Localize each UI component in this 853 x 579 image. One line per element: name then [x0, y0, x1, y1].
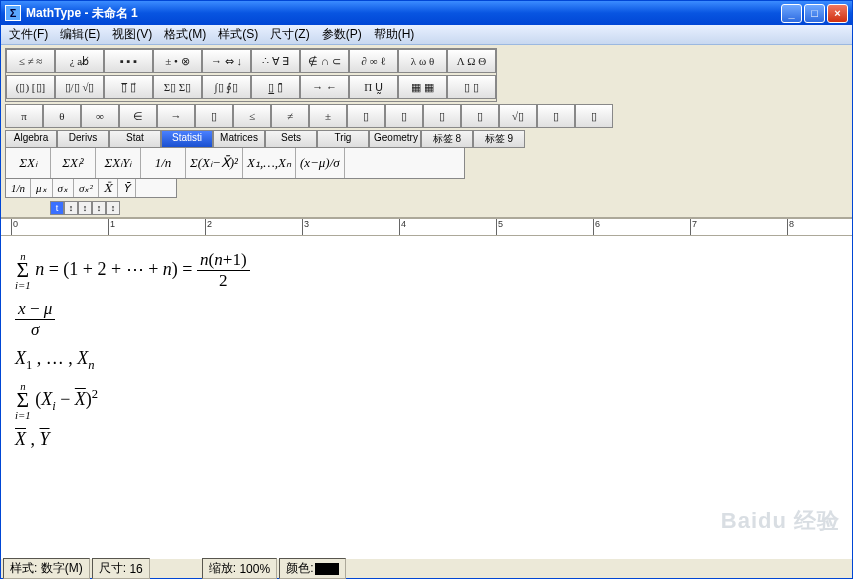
palette-btn[interactable]: ± — [309, 104, 347, 128]
palette-btn[interactable]: ▯ — [423, 104, 461, 128]
menu-view[interactable]: 视图(V) — [106, 24, 158, 45]
palette-btn[interactable]: ± • ⊗ — [153, 49, 202, 73]
maximize-button[interactable]: □ — [804, 4, 825, 23]
palette-btn[interactable]: ∉ ∩ ⊂ — [300, 49, 349, 73]
ruler-mark: 3 — [302, 219, 309, 235]
template-small-cell[interactable]: μₓ — [31, 179, 53, 197]
tab-trig[interactable]: Trig — [317, 130, 369, 148]
tab-标签 8[interactable]: 标签 8 — [421, 130, 473, 148]
template-small-cell[interactable]: σₓ² — [74, 179, 99, 197]
template-cell[interactable]: 1/n — [141, 148, 186, 178]
tab-stop-icon[interactable]: ↕ — [92, 201, 106, 215]
palette-btn[interactable]: ▯ — [461, 104, 499, 128]
ruler-mark: 8 — [787, 219, 794, 235]
tab-stat[interactable]: Stat — [109, 130, 161, 148]
palette-btn[interactable]: ∂ ∞ ℓ — [349, 49, 398, 73]
equation-line-1[interactable]: nΣi=1 n = (1 + 2 + ⋯ + n) = n(n+1)2 — [15, 250, 838, 291]
palette-btn[interactable]: ≠ — [271, 104, 309, 128]
palette-btn[interactable]: → ⇔ ↓ — [202, 49, 251, 73]
toolbar-area: ≤ ≠ ≈¿ ab̸▪ ▪ ▪± • ⊗→ ⇔ ↓∴ ∀ ∃∉ ∩ ⊂∂ ∞ ℓ… — [1, 45, 852, 218]
palette-btn[interactable]: ▯ — [347, 104, 385, 128]
menu-format[interactable]: 格式(M) — [158, 24, 212, 45]
palette-btn[interactable]: ¿ ab̸ — [55, 49, 104, 73]
palette-btn[interactable]: ≤ — [233, 104, 271, 128]
palette-btn[interactable]: ▯̲ ▯̄ — [251, 75, 300, 99]
menu-file[interactable]: 文件(F) — [3, 24, 54, 45]
palette-btn[interactable]: → — [157, 104, 195, 128]
palette-btn[interactable]: ▪ ▪ ▪ — [104, 49, 153, 73]
template-cell[interactable]: ΣXᵢYᵢ — [96, 148, 141, 178]
palette-btn[interactable]: ≤ ≠ ≈ — [6, 49, 55, 73]
equation-line-2[interactable]: x − μσ — [15, 299, 838, 340]
palette-btn[interactable]: ▯ — [575, 104, 613, 128]
symbol-palette-row-2: (▯) [▯]▯/▯ √▯▯̅ ▯⃗Σ▯ Σ▯∫▯ ∮▯▯̲ ▯̄→ ←Π Ṵ▦… — [6, 75, 496, 99]
ruler-mark: 1 — [108, 219, 115, 235]
app-window: Σ MathType - 未命名 1 _ □ × 文件(F) 编辑(E) 视图(… — [0, 0, 853, 579]
tab-sets[interactable]: Sets — [265, 130, 317, 148]
template-cell[interactable]: ΣXᵢ² — [51, 148, 96, 178]
status-color[interactable]: 颜色: — [279, 558, 346, 579]
palette-btn[interactable]: θ — [43, 104, 81, 128]
palette-btn[interactable]: ▦ ▦ — [398, 75, 447, 99]
close-button[interactable]: × — [827, 4, 848, 23]
menu-help[interactable]: 帮助(H) — [368, 24, 421, 45]
template-small-cell[interactable]: σₓ — [53, 179, 74, 197]
template-cell[interactable]: ΣXᵢ — [6, 148, 51, 178]
palette-btn[interactable]: ▯̅ ▯⃗ — [104, 75, 153, 99]
palette-btn[interactable]: ∞ — [81, 104, 119, 128]
tab-geometry[interactable]: Geometry — [369, 130, 421, 148]
menu-params[interactable]: 参数(P) — [316, 24, 368, 45]
palette-btn[interactable]: ∫▯ ∮▯ — [202, 75, 251, 99]
menu-size[interactable]: 尺寸(Z) — [264, 24, 315, 45]
tab-stop-icon[interactable]: ↕ — [106, 201, 120, 215]
palette-btn[interactable]: ▯ ▯ — [447, 75, 496, 99]
minimize-button[interactable]: _ — [781, 4, 802, 23]
symbol-palette-row-1: ≤ ≠ ≈¿ ab̸▪ ▪ ▪± • ⊗→ ⇔ ↓∴ ∀ ∃∉ ∩ ⊂∂ ∞ ℓ… — [6, 49, 496, 73]
palette-btn[interactable]: → ← — [300, 75, 349, 99]
tab-derivs[interactable]: Derivs — [57, 130, 109, 148]
window-controls: _ □ × — [781, 4, 848, 23]
equation-line-4[interactable]: nΣi=1 (Xi − X)2 — [15, 381, 838, 421]
symbol-palette-row-3: πθ∞∈→▯≤≠±▯▯▯▯√▯▯▯ — [5, 104, 848, 128]
template-cell[interactable]: (x−μ)/σ — [296, 148, 345, 178]
menu-style[interactable]: 样式(S) — [212, 24, 264, 45]
ruler[interactable]: 012345678 — [1, 218, 852, 236]
tab-标签 9[interactable]: 标签 9 — [473, 130, 525, 148]
palette-btn[interactable]: Λ Ω Θ — [447, 49, 496, 73]
palette-btn[interactable]: (▯) [▯] — [6, 75, 55, 99]
template-cell[interactable]: Σ(Xᵢ−X̄)² — [186, 148, 243, 178]
equation-line-3[interactable]: X1 , … , Xn — [15, 348, 838, 373]
tab-statisti[interactable]: Statisti — [161, 130, 213, 148]
template-small-cell[interactable]: 1/n — [6, 179, 31, 197]
template-cell[interactable]: X₁,…,Xₙ — [243, 148, 296, 178]
template-small-cell[interactable]: X̄ — [99, 179, 118, 197]
tab-matrices[interactable]: Matrices — [213, 130, 265, 148]
palette-btn[interactable]: ▯ — [537, 104, 575, 128]
palette-btn[interactable]: ▯/▯ √▯ — [55, 75, 104, 99]
ruler-mark: 6 — [593, 219, 600, 235]
palette-btn[interactable]: λ ω θ — [398, 49, 447, 73]
palette-btn[interactable]: ∴ ∀ ∃ — [251, 49, 300, 73]
tab-algebra[interactable]: Algebra — [5, 130, 57, 148]
palette-btn[interactable]: ∈ — [119, 104, 157, 128]
palette-btn[interactable]: Σ▯ Σ▯ — [153, 75, 202, 99]
palette-btn[interactable]: Π Ṵ — [349, 75, 398, 99]
menu-bar: 文件(F) 编辑(E) 视图(V) 格式(M) 样式(S) 尺寸(Z) 参数(P… — [1, 25, 852, 45]
equation-editor[interactable]: nΣi=1 n = (1 + 2 + ⋯ + n) = n(n+1)2 x − … — [1, 236, 852, 558]
tab-stop-icon[interactable]: t — [50, 201, 64, 215]
template-small-cell[interactable]: Ȳ — [118, 179, 136, 197]
menu-edit[interactable]: 编辑(E) — [54, 24, 106, 45]
palette-btn[interactable]: √▯ — [499, 104, 537, 128]
color-swatch — [315, 563, 339, 575]
palette-btn[interactable]: ▯ — [385, 104, 423, 128]
window-title: MathType - 未命名 1 — [26, 5, 781, 22]
sigma-icon: Σ — [17, 391, 30, 409]
equation-line-5[interactable]: X , Y — [15, 429, 838, 450]
title-bar[interactable]: Σ MathType - 未命名 1 _ □ × — [1, 1, 852, 25]
sigma-icon: Σ — [17, 261, 30, 279]
tab-stop-icon[interactable]: ↕ — [78, 201, 92, 215]
palette-btn[interactable]: π — [5, 104, 43, 128]
palette-btn[interactable]: ▯ — [195, 104, 233, 128]
stop-icons: t↕↕↕↕ — [5, 201, 848, 215]
tab-stop-icon[interactable]: ↕ — [64, 201, 78, 215]
